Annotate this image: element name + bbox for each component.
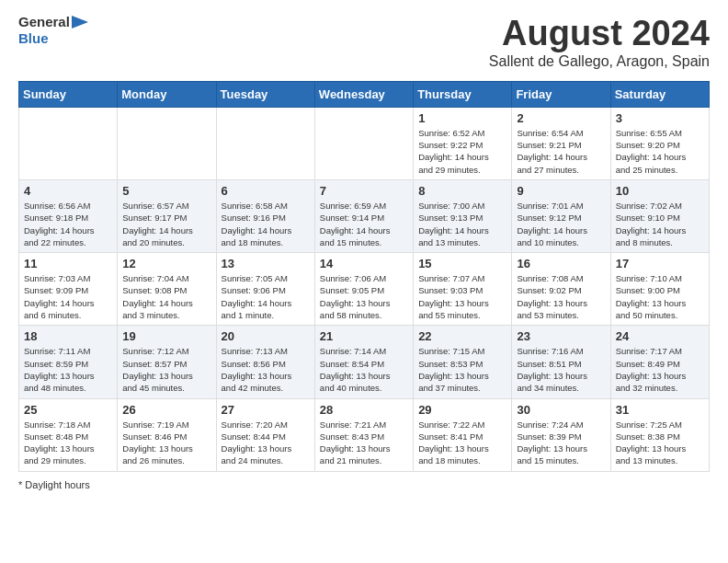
footer-note: * Daylight hours <box>18 479 710 490</box>
day-number-18: 18 <box>24 329 112 343</box>
calendar-cell-4-5: 30Sunrise: 7:24 AM Sunset: 8:39 PM Dayli… <box>512 398 610 471</box>
logo-flag-icon <box>72 16 88 29</box>
day-number-27: 27 <box>222 403 310 417</box>
calendar-cell-3-0: 18Sunrise: 7:11 AM Sunset: 8:59 PM Dayli… <box>19 326 118 398</box>
calendar-cell-3-1: 19Sunrise: 7:12 AM Sunset: 8:57 PM Dayli… <box>118 326 216 398</box>
week-row-1: 1Sunrise: 6:52 AM Sunset: 9:22 PM Daylig… <box>19 107 710 179</box>
day-info-11: Sunrise: 7:03 AM Sunset: 9:09 PM Dayligh… <box>24 272 112 321</box>
day-number-30: 30 <box>517 403 605 417</box>
calendar-cell-4-1: 26Sunrise: 7:19 AM Sunset: 8:46 PM Dayli… <box>118 398 216 471</box>
day-number-9: 9 <box>517 184 605 198</box>
calendar-cell-2-6: 17Sunrise: 7:10 AM Sunset: 9:00 PM Dayli… <box>610 253 709 326</box>
calendar-cell-2-5: 16Sunrise: 7:08 AM Sunset: 9:02 PM Dayli… <box>512 253 610 326</box>
day-number-2: 2 <box>517 111 605 125</box>
calendar-cell-1-1: 5Sunrise: 6:57 AM Sunset: 9:17 PM Daylig… <box>118 179 216 252</box>
day-info-21: Sunrise: 7:14 AM Sunset: 8:54 PM Dayligh… <box>320 345 408 394</box>
calendar-cell-1-6: 10Sunrise: 7:02 AM Sunset: 9:10 PM Dayli… <box>610 179 709 252</box>
calendar-cell-1-4: 8Sunrise: 7:00 AM Sunset: 9:13 PM Daylig… <box>414 179 512 252</box>
logo-container: General Blue <box>18 15 88 46</box>
calendar-cell-3-6: 24Sunrise: 7:17 AM Sunset: 8:49 PM Dayli… <box>610 326 709 398</box>
day-number-13: 13 <box>222 257 310 270</box>
day-number-24: 24 <box>616 329 704 343</box>
day-number-5: 5 <box>122 184 210 198</box>
calendar-cell-1-3: 7Sunrise: 6:59 AM Sunset: 9:14 PM Daylig… <box>314 179 413 252</box>
day-info-25: Sunrise: 7:18 AM Sunset: 8:48 PM Dayligh… <box>24 419 112 467</box>
header-friday: Friday <box>512 81 610 107</box>
day-info-31: Sunrise: 7:25 AM Sunset: 8:38 PM Dayligh… <box>616 419 704 467</box>
day-number-1: 1 <box>418 111 506 125</box>
day-info-28: Sunrise: 7:21 AM Sunset: 8:43 PM Dayligh… <box>320 419 408 467</box>
day-number-19: 19 <box>122 329 210 343</box>
page-title: August 2024 <box>489 15 710 53</box>
calendar-cell-0-0 <box>19 107 118 179</box>
day-info-27: Sunrise: 7:20 AM Sunset: 8:44 PM Dayligh… <box>222 419 310 467</box>
day-number-12: 12 <box>122 257 210 270</box>
day-info-23: Sunrise: 7:16 AM Sunset: 8:51 PM Dayligh… <box>517 345 605 394</box>
day-info-30: Sunrise: 7:24 AM Sunset: 8:39 PM Dayligh… <box>517 419 605 467</box>
day-number-29: 29 <box>418 403 506 417</box>
calendar-cell-3-3: 21Sunrise: 7:14 AM Sunset: 8:54 PM Dayli… <box>314 326 413 398</box>
day-info-7: Sunrise: 6:59 AM Sunset: 9:14 PM Dayligh… <box>320 200 408 248</box>
day-number-28: 28 <box>320 403 408 417</box>
calendar-cell-2-3: 14Sunrise: 7:06 AM Sunset: 9:05 PM Dayli… <box>314 253 413 326</box>
header: General Blue August 2024 Sallent de Gall… <box>18 15 710 70</box>
logo-blue-text: Blue <box>18 30 49 46</box>
day-number-4: 4 <box>24 184 112 198</box>
day-info-2: Sunrise: 6:54 AM Sunset: 9:21 PM Dayligh… <box>517 127 605 176</box>
calendar-cell-2-1: 12Sunrise: 7:04 AM Sunset: 9:08 PM Dayli… <box>118 253 216 326</box>
day-number-11: 11 <box>24 257 112 270</box>
day-number-31: 31 <box>616 403 704 417</box>
header-sunday: Sunday <box>19 81 118 107</box>
title-area: August 2024 Sallent de Gallego, Aragon, … <box>489 15 710 70</box>
day-info-16: Sunrise: 7:08 AM Sunset: 9:02 PM Dayligh… <box>517 272 605 321</box>
calendar-cell-1-5: 9Sunrise: 7:01 AM Sunset: 9:12 PM Daylig… <box>512 179 610 252</box>
svg-marker-0 <box>72 16 88 29</box>
day-info-14: Sunrise: 7:06 AM Sunset: 9:05 PM Dayligh… <box>320 272 408 321</box>
day-info-29: Sunrise: 7:22 AM Sunset: 8:41 PM Dayligh… <box>418 419 506 467</box>
day-info-13: Sunrise: 7:05 AM Sunset: 9:06 PM Dayligh… <box>222 272 310 321</box>
day-info-6: Sunrise: 6:58 AM Sunset: 9:16 PM Dayligh… <box>222 200 310 248</box>
calendar-cell-0-6: 3Sunrise: 6:55 AM Sunset: 9:20 PM Daylig… <box>610 107 709 179</box>
day-number-17: 17 <box>616 257 704 270</box>
day-info-8: Sunrise: 7:00 AM Sunset: 9:13 PM Dayligh… <box>418 200 506 248</box>
calendar-cell-2-2: 13Sunrise: 7:05 AM Sunset: 9:06 PM Dayli… <box>216 253 314 326</box>
calendar-cell-0-2 <box>216 107 314 179</box>
calendar-header-row: SundayMondayTuesdayWednesdayThursdayFrid… <box>19 81 710 107</box>
calendar-cell-0-4: 1Sunrise: 6:52 AM Sunset: 9:22 PM Daylig… <box>414 107 512 179</box>
week-row-2: 4Sunrise: 6:56 AM Sunset: 9:18 PM Daylig… <box>19 179 710 252</box>
calendar-cell-3-4: 22Sunrise: 7:15 AM Sunset: 8:53 PM Dayli… <box>414 326 512 398</box>
day-info-4: Sunrise: 6:56 AM Sunset: 9:18 PM Dayligh… <box>24 200 112 248</box>
calendar-cell-2-4: 15Sunrise: 7:07 AM Sunset: 9:03 PM Dayli… <box>414 253 512 326</box>
day-number-20: 20 <box>222 329 310 343</box>
calendar-cell-4-0: 25Sunrise: 7:18 AM Sunset: 8:48 PM Dayli… <box>19 398 118 471</box>
calendar-cell-3-2: 20Sunrise: 7:13 AM Sunset: 8:56 PM Dayli… <box>216 326 314 398</box>
day-info-12: Sunrise: 7:04 AM Sunset: 9:08 PM Dayligh… <box>122 272 210 321</box>
day-number-25: 25 <box>24 403 112 417</box>
calendar-cell-1-0: 4Sunrise: 6:56 AM Sunset: 9:18 PM Daylig… <box>19 179 118 252</box>
day-info-19: Sunrise: 7:12 AM Sunset: 8:57 PM Dayligh… <box>122 345 210 394</box>
page-subtitle: Sallent de Gallego, Aragon, Spain <box>489 53 710 70</box>
header-thursday: Thursday <box>414 81 512 107</box>
calendar-cell-4-6: 31Sunrise: 7:25 AM Sunset: 8:38 PM Dayli… <box>610 398 709 471</box>
day-number-16: 16 <box>517 257 605 270</box>
day-number-14: 14 <box>320 257 408 270</box>
calendar-cell-0-5: 2Sunrise: 6:54 AM Sunset: 9:21 PM Daylig… <box>512 107 610 179</box>
header-monday: Monday <box>118 81 216 107</box>
day-info-10: Sunrise: 7:02 AM Sunset: 9:10 PM Dayligh… <box>616 200 704 248</box>
calendar-cell-4-2: 27Sunrise: 7:20 AM Sunset: 8:44 PM Dayli… <box>216 398 314 471</box>
calendar-cell-4-3: 28Sunrise: 7:21 AM Sunset: 8:43 PM Dayli… <box>314 398 413 471</box>
day-number-22: 22 <box>418 329 506 343</box>
day-number-26: 26 <box>122 403 210 417</box>
day-number-7: 7 <box>320 184 408 198</box>
week-row-4: 18Sunrise: 7:11 AM Sunset: 8:59 PM Dayli… <box>19 326 710 398</box>
calendar-cell-2-0: 11Sunrise: 7:03 AM Sunset: 9:09 PM Dayli… <box>19 253 118 326</box>
footer-text: Daylight hours <box>25 479 89 490</box>
week-row-5: 25Sunrise: 7:18 AM Sunset: 8:48 PM Dayli… <box>19 398 710 471</box>
calendar-cell-3-5: 23Sunrise: 7:16 AM Sunset: 8:51 PM Dayli… <box>512 326 610 398</box>
day-number-3: 3 <box>616 111 704 125</box>
calendar-cell-1-2: 6Sunrise: 6:58 AM Sunset: 9:16 PM Daylig… <box>216 179 314 252</box>
calendar-cell-0-1 <box>118 107 216 179</box>
day-info-18: Sunrise: 7:11 AM Sunset: 8:59 PM Dayligh… <box>24 345 112 394</box>
day-info-9: Sunrise: 7:01 AM Sunset: 9:12 PM Dayligh… <box>517 200 605 248</box>
calendar-cell-0-3 <box>314 107 413 179</box>
